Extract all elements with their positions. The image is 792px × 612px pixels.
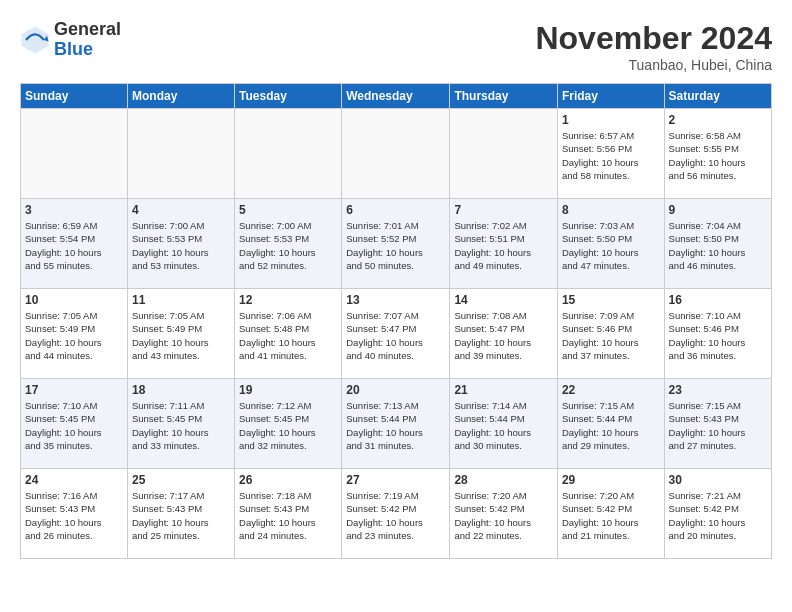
day-number: 7: [454, 203, 553, 217]
day-number: 1: [562, 113, 660, 127]
weekday-header-friday: Friday: [557, 84, 664, 109]
day-info: Sunrise: 7:00 AM Sunset: 5:53 PM Dayligh…: [239, 219, 337, 272]
week-row-3: 10Sunrise: 7:05 AM Sunset: 5:49 PM Dayli…: [21, 289, 772, 379]
day-number: 25: [132, 473, 230, 487]
day-cell: 20Sunrise: 7:13 AM Sunset: 5:44 PM Dayli…: [342, 379, 450, 469]
day-info: Sunrise: 6:57 AM Sunset: 5:56 PM Dayligh…: [562, 129, 660, 182]
day-cell: [235, 109, 342, 199]
day-cell: 1Sunrise: 6:57 AM Sunset: 5:56 PM Daylig…: [557, 109, 664, 199]
day-number: 26: [239, 473, 337, 487]
calendar-title: November 2024: [535, 20, 772, 57]
day-info: Sunrise: 7:10 AM Sunset: 5:46 PM Dayligh…: [669, 309, 767, 362]
day-cell: 26Sunrise: 7:18 AM Sunset: 5:43 PM Dayli…: [235, 469, 342, 559]
day-cell: 13Sunrise: 7:07 AM Sunset: 5:47 PM Dayli…: [342, 289, 450, 379]
day-number: 16: [669, 293, 767, 307]
logo-line1: General: [54, 20, 121, 40]
day-info: Sunrise: 7:05 AM Sunset: 5:49 PM Dayligh…: [132, 309, 230, 362]
day-cell: 23Sunrise: 7:15 AM Sunset: 5:43 PM Dayli…: [664, 379, 771, 469]
day-info: Sunrise: 7:05 AM Sunset: 5:49 PM Dayligh…: [25, 309, 123, 362]
weekday-header-row: SundayMondayTuesdayWednesdayThursdayFrid…: [21, 84, 772, 109]
day-info: Sunrise: 7:08 AM Sunset: 5:47 PM Dayligh…: [454, 309, 553, 362]
day-number: 18: [132, 383, 230, 397]
day-info: Sunrise: 7:10 AM Sunset: 5:45 PM Dayligh…: [25, 399, 123, 452]
day-info: Sunrise: 7:06 AM Sunset: 5:48 PM Dayligh…: [239, 309, 337, 362]
day-cell: 5Sunrise: 7:00 AM Sunset: 5:53 PM Daylig…: [235, 199, 342, 289]
day-cell: 10Sunrise: 7:05 AM Sunset: 5:49 PM Dayli…: [21, 289, 128, 379]
week-row-4: 17Sunrise: 7:10 AM Sunset: 5:45 PM Dayli…: [21, 379, 772, 469]
day-cell: 24Sunrise: 7:16 AM Sunset: 5:43 PM Dayli…: [21, 469, 128, 559]
day-cell: 4Sunrise: 7:00 AM Sunset: 5:53 PM Daylig…: [127, 199, 234, 289]
day-number: 9: [669, 203, 767, 217]
day-info: Sunrise: 7:18 AM Sunset: 5:43 PM Dayligh…: [239, 489, 337, 542]
day-info: Sunrise: 6:58 AM Sunset: 5:55 PM Dayligh…: [669, 129, 767, 182]
day-cell: 21Sunrise: 7:14 AM Sunset: 5:44 PM Dayli…: [450, 379, 558, 469]
day-number: 22: [562, 383, 660, 397]
day-info: Sunrise: 7:15 AM Sunset: 5:44 PM Dayligh…: [562, 399, 660, 452]
calendar-body: 1Sunrise: 6:57 AM Sunset: 5:56 PM Daylig…: [21, 109, 772, 559]
day-info: Sunrise: 7:03 AM Sunset: 5:50 PM Dayligh…: [562, 219, 660, 272]
day-number: 10: [25, 293, 123, 307]
day-number: 20: [346, 383, 445, 397]
day-cell: 15Sunrise: 7:09 AM Sunset: 5:46 PM Dayli…: [557, 289, 664, 379]
day-cell: [21, 109, 128, 199]
day-info: Sunrise: 7:16 AM Sunset: 5:43 PM Dayligh…: [25, 489, 123, 542]
logo-line2: Blue: [54, 40, 121, 60]
day-info: Sunrise: 7:20 AM Sunset: 5:42 PM Dayligh…: [454, 489, 553, 542]
day-number: 15: [562, 293, 660, 307]
day-cell: 19Sunrise: 7:12 AM Sunset: 5:45 PM Dayli…: [235, 379, 342, 469]
day-number: 19: [239, 383, 337, 397]
day-info: Sunrise: 7:19 AM Sunset: 5:42 PM Dayligh…: [346, 489, 445, 542]
day-cell: 18Sunrise: 7:11 AM Sunset: 5:45 PM Dayli…: [127, 379, 234, 469]
weekday-header-saturday: Saturday: [664, 84, 771, 109]
day-info: Sunrise: 7:17 AM Sunset: 5:43 PM Dayligh…: [132, 489, 230, 542]
day-info: Sunrise: 7:13 AM Sunset: 5:44 PM Dayligh…: [346, 399, 445, 452]
day-info: Sunrise: 7:04 AM Sunset: 5:50 PM Dayligh…: [669, 219, 767, 272]
day-cell: 2Sunrise: 6:58 AM Sunset: 5:55 PM Daylig…: [664, 109, 771, 199]
day-cell: [342, 109, 450, 199]
day-number: 4: [132, 203, 230, 217]
day-info: Sunrise: 7:20 AM Sunset: 5:42 PM Dayligh…: [562, 489, 660, 542]
day-info: Sunrise: 7:14 AM Sunset: 5:44 PM Dayligh…: [454, 399, 553, 452]
day-cell: 6Sunrise: 7:01 AM Sunset: 5:52 PM Daylig…: [342, 199, 450, 289]
day-cell: 27Sunrise: 7:19 AM Sunset: 5:42 PM Dayli…: [342, 469, 450, 559]
weekday-header-sunday: Sunday: [21, 84, 128, 109]
day-number: 30: [669, 473, 767, 487]
day-number: 29: [562, 473, 660, 487]
day-cell: [450, 109, 558, 199]
day-number: 27: [346, 473, 445, 487]
logo-icon: [20, 25, 50, 55]
day-number: 13: [346, 293, 445, 307]
day-info: Sunrise: 7:02 AM Sunset: 5:51 PM Dayligh…: [454, 219, 553, 272]
weekday-header-thursday: Thursday: [450, 84, 558, 109]
day-info: Sunrise: 7:15 AM Sunset: 5:43 PM Dayligh…: [669, 399, 767, 452]
day-number: 2: [669, 113, 767, 127]
calendar-subtitle: Tuanbao, Hubei, China: [535, 57, 772, 73]
day-cell: 16Sunrise: 7:10 AM Sunset: 5:46 PM Dayli…: [664, 289, 771, 379]
day-cell: 17Sunrise: 7:10 AM Sunset: 5:45 PM Dayli…: [21, 379, 128, 469]
day-cell: 3Sunrise: 6:59 AM Sunset: 5:54 PM Daylig…: [21, 199, 128, 289]
day-info: Sunrise: 7:21 AM Sunset: 5:42 PM Dayligh…: [669, 489, 767, 542]
day-cell: 28Sunrise: 7:20 AM Sunset: 5:42 PM Dayli…: [450, 469, 558, 559]
day-number: 24: [25, 473, 123, 487]
title-area: November 2024 Tuanbao, Hubei, China: [535, 20, 772, 73]
calendar-table: SundayMondayTuesdayWednesdayThursdayFrid…: [20, 83, 772, 559]
day-number: 5: [239, 203, 337, 217]
day-number: 8: [562, 203, 660, 217]
day-cell: 7Sunrise: 7:02 AM Sunset: 5:51 PM Daylig…: [450, 199, 558, 289]
day-cell: 30Sunrise: 7:21 AM Sunset: 5:42 PM Dayli…: [664, 469, 771, 559]
day-cell: 9Sunrise: 7:04 AM Sunset: 5:50 PM Daylig…: [664, 199, 771, 289]
week-row-2: 3Sunrise: 6:59 AM Sunset: 5:54 PM Daylig…: [21, 199, 772, 289]
day-cell: 29Sunrise: 7:20 AM Sunset: 5:42 PM Dayli…: [557, 469, 664, 559]
day-info: Sunrise: 7:12 AM Sunset: 5:45 PM Dayligh…: [239, 399, 337, 452]
week-row-1: 1Sunrise: 6:57 AM Sunset: 5:56 PM Daylig…: [21, 109, 772, 199]
day-info: Sunrise: 7:01 AM Sunset: 5:52 PM Dayligh…: [346, 219, 445, 272]
day-number: 17: [25, 383, 123, 397]
day-info: Sunrise: 7:00 AM Sunset: 5:53 PM Dayligh…: [132, 219, 230, 272]
logo-text: General Blue: [54, 20, 121, 60]
day-cell: 12Sunrise: 7:06 AM Sunset: 5:48 PM Dayli…: [235, 289, 342, 379]
header: General Blue November 2024 Tuanbao, Hube…: [20, 20, 772, 73]
day-number: 3: [25, 203, 123, 217]
day-number: 14: [454, 293, 553, 307]
weekday-header-wednesday: Wednesday: [342, 84, 450, 109]
day-number: 28: [454, 473, 553, 487]
